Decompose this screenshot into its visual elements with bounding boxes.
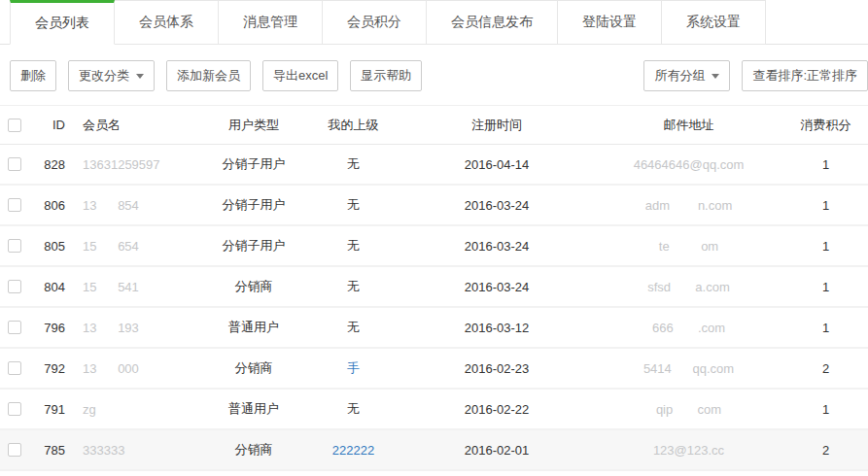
cell-id: 805 [35,239,74,254]
table-row: 791zg普通用户无2016-02-22qip com1 [0,390,868,430]
table-row: 80515 654分销子用户无2016-03-24te om1 [0,226,868,267]
cell-register-time: 2016-03-12 [399,321,594,335]
cell-member-name: 15 654 [74,239,200,254]
cell-register-time: 2016-04-14 [399,157,594,172]
tab-label: 登陆设置 [582,14,637,31]
add-new-member-button[interactable]: 添加新会员 [166,60,251,91]
table-body: 82813631259597分销子用户无2016-04-1446464646@q… [0,145,868,471]
superior-text: 无 [347,197,360,212]
cell-member-name: 13631259597 [74,157,200,172]
cell-points: 1 [783,239,868,254]
cell-user-type: 分销商 [200,359,307,377]
member-table: ID会员名用户类型我的上级注册时间邮件地址消费积分 82813631259597… [0,105,868,471]
row-checkbox-cell [0,198,35,212]
row-checkbox[interactable] [8,402,21,416]
cell-id: 806 [35,198,74,213]
cell-points: 2 [783,361,868,376]
cell-superior: 无 [307,155,399,173]
cell-register-time: 2016-02-01 [399,443,594,458]
delete-button[interactable]: 删除 [10,60,56,91]
change-category-button[interactable]: 更改分类 [68,60,155,91]
cell-id: 828 [35,157,74,172]
cell-superior: 无 [307,278,399,295]
row-checkbox[interactable] [8,361,21,375]
row-checkbox[interactable] [8,239,21,253]
cell-points: 1 [783,402,868,417]
table-row: 80613 854分销子用户无2016-03-24adm n.com1 [0,186,868,226]
cell-points: 1 [783,157,868,172]
cell-superior: 手 [307,359,399,377]
view-sort-button[interactable]: 查看排序:正常排序 [742,60,868,91]
cell-register-time: 2016-03-24 [399,239,594,254]
table-row: 79213 000分销商手2016-02-235414 qq.com2 [0,349,868,390]
button-label: 查看排序:正常排序 [752,67,857,85]
cell-superior: 无 [307,319,399,336]
tab-label: 消息管理 [243,14,297,31]
cell-id: 785 [35,443,74,458]
cell-email: qip com [594,402,783,417]
show-help-button[interactable]: 显示帮助 [350,60,422,91]
cell-user-type: 分销商 [200,441,307,459]
tab-label: 会员列表 [35,15,89,32]
header-checkbox-cell [0,119,35,132]
cell-register-time: 2016-03-24 [399,198,594,213]
export-excel-button[interactable]: 导出excel [262,60,338,91]
select-all-checkbox[interactable] [8,119,21,132]
button-label: 所有分组 [654,67,705,85]
row-checkbox[interactable] [8,157,21,171]
cell-points: 2 [783,443,868,458]
table-header-row: ID会员名用户类型我的上级注册时间邮件地址消费积分 [0,106,868,145]
row-checkbox-cell [0,443,35,457]
col-header-member-name: 会员名 [74,117,200,134]
cell-user-type: 分销子用户 [200,196,307,214]
all-groups-button[interactable]: 所有分组 [643,60,730,91]
col-header-user-type: 用户类型 [200,117,307,134]
cell-user-type: 普通用户 [200,400,307,418]
row-checkbox[interactable] [8,280,21,293]
cell-id: 791 [35,402,74,417]
tab-bar: 会员列表会员体系消息管理会员积分会员信息发布登陆设置系统设置 [0,0,868,45]
cell-email: adm n.com [594,198,783,213]
member-admin-page: 会员列表会员体系消息管理会员积分会员信息发布登陆设置系统设置 删除更改分类添加新… [0,0,868,471]
tab-system-settings[interactable]: 系统设置 [662,0,766,45]
tab-member-list[interactable]: 会员列表 [10,0,115,45]
button-label: 添加新会员 [177,67,240,85]
button-label: 删除 [20,67,46,85]
cell-user-type: 分销子用户 [200,155,307,173]
row-checkbox[interactable] [8,443,21,457]
cell-register-time: 2016-02-22 [399,402,594,417]
cell-user-type: 分销子用户 [200,237,307,255]
tab-message-management[interactable]: 消息管理 [219,0,323,45]
cell-member-name: 15 541 [74,280,200,294]
tab-member-info-publish[interactable]: 会员信息发布 [427,0,558,45]
superior-text: 无 [347,156,360,171]
table-row: 80415 541分销商无2016-03-24sfsd a.com1 [0,267,868,308]
button-label: 显示帮助 [361,67,411,85]
col-header-id: ID [35,118,74,132]
tab-member-points[interactable]: 会员积分 [323,0,427,45]
cell-superior: 无 [307,400,399,418]
superior-text: 无 [347,279,360,293]
tab-login-settings[interactable]: 登陆设置 [558,0,662,45]
cell-email: 123@123.cc [594,443,783,458]
tab-member-system[interactable]: 会员体系 [115,0,219,45]
row-checkbox-cell [0,361,35,375]
chevron-down-icon [136,74,144,79]
table-row: 82813631259597分销子用户无2016-04-1446464646@q… [0,145,868,186]
row-checkbox-cell [0,280,35,293]
cell-member-name: 13 193 [74,321,200,335]
row-checkbox[interactable] [8,321,21,334]
table-row: 785333333分销商2222222016-02-01123@123.cc2 [0,430,868,471]
superior-link[interactable]: 222222 [332,443,374,458]
cell-superior: 无 [307,196,399,214]
cell-member-name: 13 000 [74,361,200,376]
row-checkbox-cell [0,157,35,171]
superior-link[interactable]: 手 [347,360,360,375]
cell-email: sfsd a.com [594,280,783,294]
superior-text: 无 [347,401,360,416]
cell-points: 1 [783,198,868,213]
row-checkbox[interactable] [8,198,21,212]
cell-email: 5414 qq.com [594,361,783,376]
cell-id: 792 [35,361,74,376]
col-header-superior: 我的上级 [307,117,399,134]
